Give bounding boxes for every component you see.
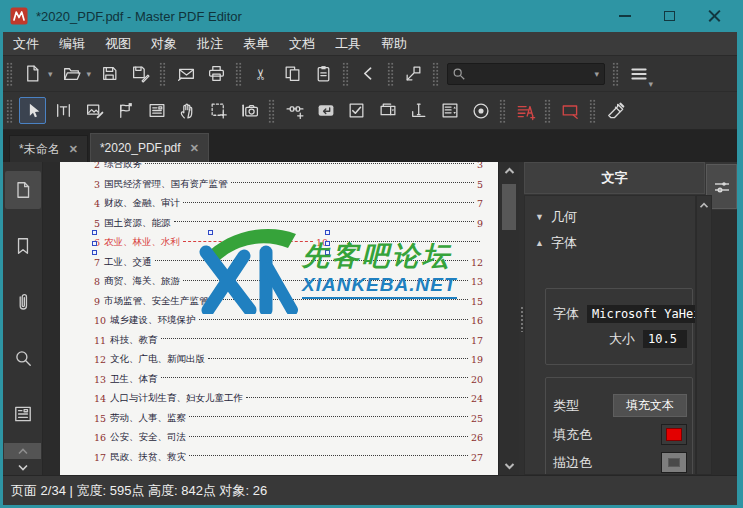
sidebar-item-page-thumbnails[interactable] bbox=[5, 171, 41, 209]
rectangle-annotation-tool-button[interactable] bbox=[557, 97, 584, 124]
carriage-return-tool-button[interactable] bbox=[312, 97, 339, 124]
search-dropdown[interactable]: ▾ bbox=[595, 69, 600, 79]
sticky-note-tool-button[interactable] bbox=[512, 97, 539, 124]
menu-file[interactable]: 文件 bbox=[3, 32, 49, 56]
minimize-button[interactable] bbox=[602, 0, 647, 32]
toolbar-grip[interactable] bbox=[387, 62, 394, 86]
selection-handle[interactable] bbox=[92, 250, 97, 255]
save-button[interactable] bbox=[96, 60, 123, 87]
toc-row[interactable]: 2 综合政务 3 bbox=[94, 162, 483, 175]
edit-path-tool-button[interactable] bbox=[112, 97, 139, 124]
new-document-dropdown[interactable]: ▾ bbox=[48, 69, 53, 79]
font-size-input[interactable]: 10.5 bbox=[643, 330, 687, 348]
tab-close-icon[interactable]: ✕ bbox=[69, 143, 78, 156]
paste-button[interactable] bbox=[310, 60, 337, 87]
toc-row[interactable]: 3 国民经济管理、国有资产监管 5 bbox=[94, 175, 483, 195]
toc-row[interactable]: 16 公安、安全、司法 26 bbox=[94, 428, 483, 448]
toc-row[interactable]: 17 民政、扶贫、救灾 27 bbox=[94, 448, 483, 468]
new-document-button[interactable] bbox=[19, 60, 46, 87]
menu-tools[interactable]: 工具 bbox=[325, 32, 371, 56]
fill-color-swatch[interactable] bbox=[661, 424, 687, 445]
fit-to-window-button[interactable] bbox=[400, 60, 427, 87]
radio-field-tool-button[interactable] bbox=[467, 97, 494, 124]
section-geometry[interactable]: ▼ 几何 bbox=[535, 204, 695, 230]
type-dropdown[interactable]: 填充文本 bbox=[613, 394, 687, 417]
tab-close-icon[interactable]: ✕ bbox=[190, 142, 199, 155]
go-back-button[interactable] bbox=[355, 60, 382, 87]
panel-scroll-up-button[interactable] bbox=[697, 196, 711, 214]
sidebar-item-form-fields[interactable] bbox=[5, 395, 41, 433]
toolbar-grip[interactable] bbox=[432, 62, 439, 86]
print-button[interactable] bbox=[203, 60, 230, 87]
pdf-page[interactable]: 2 综合政务 3 3 国民经济管理、国有资产监管 5 4 财政、金融、审计 bbox=[60, 162, 498, 475]
menu-help[interactable]: 帮助 bbox=[371, 32, 417, 56]
toolbar-grip[interactable] bbox=[589, 99, 596, 123]
listbox-field-tool-button[interactable] bbox=[436, 97, 463, 124]
document-viewport[interactable]: 2 综合政务 3 3 国民经济管理、国有资产监管 5 4 财政、金融、审计 bbox=[43, 162, 498, 475]
document-tab-bar: *未命名 ✕ *2020_PDF.pdf ✕ bbox=[3, 130, 737, 162]
menu-object[interactable]: 对象 bbox=[141, 32, 187, 56]
select-area-tool-button[interactable] bbox=[205, 97, 232, 124]
add-link-tool-button[interactable] bbox=[281, 97, 308, 124]
toc-row[interactable]: 12 文化、广电、新闻出版 19 bbox=[94, 350, 483, 370]
main-menu-button[interactable]: ▾ bbox=[625, 60, 652, 87]
toolbar-grip[interactable] bbox=[499, 99, 506, 123]
toolbar-grip[interactable] bbox=[342, 62, 349, 86]
panel-scrollbar[interactable] bbox=[696, 195, 712, 475]
toolbar-grip[interactable] bbox=[544, 99, 551, 123]
toolbar-grip[interactable] bbox=[159, 62, 166, 86]
menu-view[interactable]: 视图 bbox=[95, 32, 141, 56]
open-file-button[interactable] bbox=[58, 60, 85, 87]
font-family-input[interactable]: Microsoft YaHei bbox=[587, 305, 696, 323]
toc-row[interactable]: 13 卫生、体育 20 bbox=[94, 370, 483, 390]
toolbar-grip[interactable] bbox=[268, 99, 275, 123]
toolbar-grip[interactable] bbox=[6, 99, 13, 123]
menu-edit[interactable]: 编辑 bbox=[49, 32, 95, 56]
menu-forms[interactable]: 表单 bbox=[233, 32, 279, 56]
combobox-field-tool-button[interactable] bbox=[374, 97, 401, 124]
selection-handle[interactable] bbox=[92, 230, 97, 235]
section-font[interactable]: ▲ 字体 bbox=[535, 230, 695, 256]
search-input[interactable] bbox=[470, 67, 594, 81]
hand-tool-button[interactable] bbox=[174, 97, 201, 124]
select-tool-button[interactable] bbox=[19, 97, 46, 124]
edit-image-tool-button[interactable] bbox=[81, 97, 108, 124]
toc-row[interactable]: 11 科技、教育 17 bbox=[94, 331, 483, 351]
selection-handle[interactable] bbox=[92, 241, 97, 246]
sidebar-item-attachments[interactable] bbox=[5, 283, 41, 321]
checkbox-field-tool-button[interactable] bbox=[343, 97, 370, 124]
cut-button[interactable]: ✂ bbox=[248, 60, 275, 87]
splitter-grip-icon bbox=[521, 306, 523, 332]
sidebar-scroll-down-button[interactable] bbox=[4, 460, 41, 475]
scrollbar-thumb[interactable] bbox=[502, 184, 516, 230]
app-window: *2020_PDF.pdf - Master PDF Editor 文件 编辑 … bbox=[0, 0, 743, 508]
maximize-button[interactable] bbox=[647, 0, 692, 32]
edit-text-tool-button[interactable] bbox=[50, 97, 77, 124]
tab-2020-pdf[interactable]: *2020_PDF.pdf ✕ bbox=[90, 133, 209, 162]
text-field-tool-button[interactable] bbox=[405, 97, 432, 124]
stroke-color-swatch[interactable] bbox=[661, 452, 687, 473]
menu-annotation[interactable]: 批注 bbox=[187, 32, 233, 56]
edit-forms-tool-button[interactable] bbox=[143, 97, 170, 124]
toolbar-grip[interactable] bbox=[235, 62, 242, 86]
send-email-button[interactable] bbox=[172, 60, 199, 87]
copy-button[interactable] bbox=[279, 60, 306, 87]
toc-row[interactable]: 15 劳动、人事、监察 25 bbox=[94, 409, 483, 429]
save-as-button[interactable] bbox=[127, 60, 154, 87]
eraser-tool-button[interactable] bbox=[602, 97, 629, 124]
document-scrollbar[interactable] bbox=[498, 162, 519, 475]
snapshot-tool-button[interactable] bbox=[236, 97, 263, 124]
toc-row[interactable]: 14 人口与计划生育、妇女儿童工作 24 bbox=[94, 389, 483, 409]
scroll-down-button[interactable] bbox=[499, 457, 519, 475]
sidebar-item-bookmarks[interactable] bbox=[5, 227, 41, 265]
sidebar-item-search[interactable] bbox=[5, 339, 41, 377]
scroll-up-button[interactable] bbox=[499, 162, 519, 180]
toolbar-grip[interactable] bbox=[612, 62, 619, 86]
open-file-dropdown[interactable]: ▾ bbox=[87, 69, 92, 79]
toc-row[interactable]: 4 财政、金融、审计 7 bbox=[94, 194, 483, 214]
close-button[interactable] bbox=[692, 0, 737, 32]
toolbar-grip[interactable] bbox=[6, 62, 13, 86]
tab-untitled[interactable]: *未命名 ✕ bbox=[9, 135, 88, 162]
menu-document[interactable]: 文档 bbox=[279, 32, 325, 56]
sidebar-scroll-up-button[interactable] bbox=[4, 443, 41, 459]
